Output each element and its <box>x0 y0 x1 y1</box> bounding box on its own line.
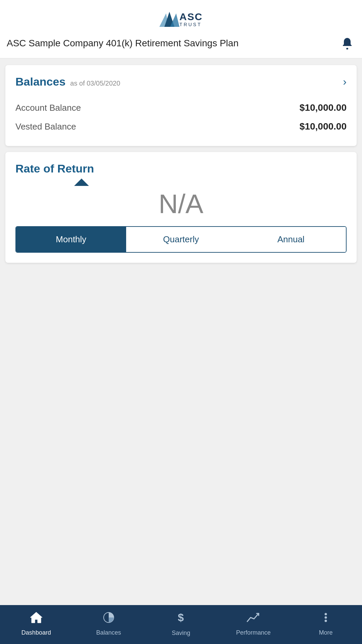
svg-point-3 <box>346 48 348 50</box>
nav-performance-label: Performance <box>236 629 271 636</box>
main-content: Balances as of 03/05/2020 › Account Bala… <box>0 58 362 605</box>
balances-date: as of 03/05/2020 <box>70 80 120 87</box>
tab-annual[interactable]: Annual <box>236 227 346 252</box>
balances-chevron-icon[interactable]: › <box>343 76 347 88</box>
home-icon <box>30 611 43 627</box>
nav-saving-label: Saving <box>172 630 190 637</box>
bell-icon <box>341 37 354 50</box>
tab-quarterly[interactable]: Quarterly <box>126 227 236 252</box>
nav-item-dashboard[interactable]: Dashboard <box>0 611 72 636</box>
svg-marker-4 <box>30 612 42 623</box>
balances-title: Balances <box>15 75 65 88</box>
balances-card-header: Balances as of 03/05/2020 › <box>15 75 347 88</box>
rate-of-return-title: Rate of Return <box>15 162 347 175</box>
logo-text: ASC TRUST <box>179 11 203 27</box>
nav-item-saving[interactable]: $ Saving <box>145 611 217 637</box>
svg-point-7 <box>325 613 327 615</box>
pie-chart-icon <box>102 611 115 627</box>
logo-trust: TRUST <box>179 22 203 27</box>
plan-row: ASC Sample Company 401(k) Retirement Sav… <box>7 35 355 58</box>
more-dots-icon <box>319 611 332 627</box>
header: ASC TRUST ASC Sample Company 401(k) Reti… <box>0 0 362 58</box>
nav-item-performance[interactable]: Performance <box>217 611 290 636</box>
nav-dashboard-label: Dashboard <box>21 629 51 636</box>
nav-item-more[interactable]: More <box>290 611 362 636</box>
balances-title-group: Balances as of 03/05/2020 <box>15 75 120 88</box>
content-spacer <box>5 269 357 598</box>
account-balance-label: Account Balance <box>15 103 81 113</box>
account-balance-row: Account Balance $10,000.00 <box>15 98 347 117</box>
logo-asc: ASC <box>179 11 203 22</box>
ror-tabs: Monthly Quarterly Annual <box>15 226 347 253</box>
logo-area: ASC TRUST <box>159 10 203 29</box>
vested-balance-label: Vested Balance <box>15 121 76 132</box>
nav-more-label: More <box>319 629 333 636</box>
asc-logo-icon <box>159 10 179 29</box>
ror-indicator-arrow <box>74 179 89 186</box>
notification-button[interactable] <box>339 35 355 51</box>
bottom-navigation: Dashboard Balances $ Saving Performance <box>0 605 362 644</box>
dollar-icon: $ <box>174 611 187 627</box>
plan-name: ASC Sample Company 401(k) Retirement Sav… <box>7 38 239 49</box>
trend-chart-icon <box>247 611 260 627</box>
balances-card: Balances as of 03/05/2020 › Account Bala… <box>5 65 357 146</box>
account-balance-value: $10,000.00 <box>300 102 347 113</box>
rate-of-return-card: Rate of Return N/A Monthly Quarterly Ann… <box>5 152 357 263</box>
vested-balance-value: $10,000.00 <box>300 121 347 132</box>
svg-text:$: $ <box>178 611 184 624</box>
svg-point-9 <box>325 620 327 622</box>
rate-of-return-value: N/A <box>15 182 347 223</box>
nav-item-balances[interactable]: Balances <box>72 611 145 636</box>
vested-balance-row: Vested Balance $10,000.00 <box>15 117 347 136</box>
svg-point-8 <box>325 616 327 619</box>
nav-balances-label: Balances <box>96 629 121 636</box>
tab-monthly[interactable]: Monthly <box>16 227 126 252</box>
